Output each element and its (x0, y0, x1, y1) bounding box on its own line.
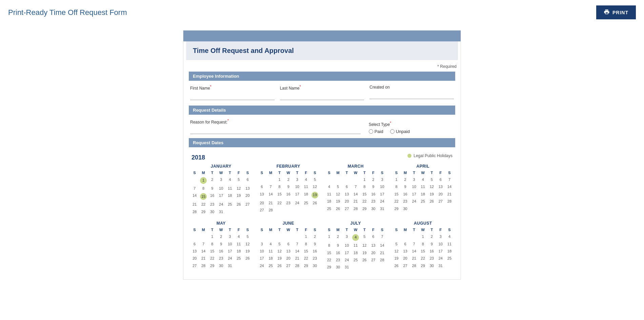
calendar-dow: S (378, 227, 386, 232)
unpaid-option[interactable]: Unpaid (390, 129, 410, 134)
calendar-day: 22 (275, 200, 284, 207)
calendar-day: 12 (427, 183, 436, 190)
calendar-day: 27 (284, 262, 293, 269)
calendar-dow: S (378, 170, 386, 175)
calendar-day: 21 (410, 255, 419, 262)
calendar-day: 4 (351, 233, 360, 242)
created-on-label: Created on (369, 85, 454, 90)
calendar-day: 26 (310, 200, 319, 207)
calendar-day: 20 (436, 191, 445, 198)
calendar-dow: T (225, 170, 234, 175)
calendar-day: 21 (190, 201, 199, 208)
calendar-day: 13 (436, 183, 445, 190)
unpaid-radio[interactable] (390, 129, 395, 134)
calendar-day: 24 (293, 200, 302, 207)
calendar-day: 20 (243, 192, 252, 201)
calendar-day: 9 (310, 241, 319, 248)
calendar-day: 11 (302, 183, 310, 190)
last-name-input[interactable] (280, 92, 364, 100)
calendar-day: 15 (392, 191, 401, 198)
calendar-day: 22 (325, 257, 334, 264)
calendar-day: 15 (325, 249, 334, 257)
calendar-day: 27 (342, 205, 351, 212)
calendar-title-february: FEBRUARY (258, 164, 320, 169)
calendar-day: 14 (410, 248, 419, 255)
calendar-day: 16 (427, 248, 436, 255)
calendar-day: 25 (302, 200, 310, 207)
last-name-label: Last Name* (280, 85, 364, 91)
calendar-dow: S (258, 170, 266, 175)
calendar-day: 13 (284, 248, 293, 255)
reason-input[interactable] (190, 126, 361, 134)
calendar-dow: T (342, 227, 351, 232)
calendar-day: 22 (208, 255, 217, 262)
calendar-dow: F (234, 227, 243, 232)
calendar-dow: M (199, 227, 208, 232)
calendar-day: 5 (234, 176, 243, 185)
calendar-day: 29 (208, 262, 217, 269)
calendar-day: 9 (427, 241, 436, 248)
calendar-day: 2 (369, 176, 378, 183)
calendar-day: 22 (392, 198, 401, 205)
calendar-day: 16 (310, 248, 319, 255)
calendar-day: 4 (445, 233, 454, 240)
calendar-header: SMTWTFS (392, 227, 454, 232)
legend-label: Legal Public Holidays (414, 153, 452, 158)
calendar-dow: T (225, 227, 234, 232)
calendar-day: 3 (378, 176, 386, 183)
employee-row: First Name* Last Name* Created on (189, 85, 455, 100)
calendar-day: 16 (334, 249, 342, 257)
calendar-day: 18 (445, 248, 454, 255)
calendar-highlighted-day: 15 (200, 193, 207, 200)
calendar-dow: W (217, 170, 225, 175)
calendar-day: 20 (284, 255, 293, 262)
calendar-day: 2 (401, 176, 410, 183)
calendar-day: 4 (234, 233, 243, 240)
calendar-dow: S (310, 227, 319, 232)
calendar-day: 9 (369, 183, 378, 190)
employee-section-header: Employee Information (189, 72, 455, 81)
calendar-day: 27 (258, 207, 266, 214)
calendar-dow: S (190, 227, 199, 232)
created-on-input[interactable] (369, 91, 454, 99)
calendar-day: 5 (427, 176, 436, 183)
calendar-day: 23 (284, 200, 293, 207)
calendar-day: 26 (360, 257, 369, 264)
calendar-day: 17 (342, 249, 351, 257)
calendar-day: 7 (266, 183, 275, 190)
calendar-day: 14 (266, 191, 275, 200)
calendar-day: 30 (208, 208, 217, 215)
calendar-day: 30 (427, 262, 436, 269)
calendar-day: 6 (243, 176, 252, 185)
calendar-day: 23 (310, 255, 319, 262)
calendar-day: 6 (342, 183, 351, 190)
calendar-day: 4 (302, 176, 310, 183)
print-button[interactable]: PRINT (596, 5, 636, 19)
calendar-dow: T (208, 170, 217, 175)
calendar-day: 26 (334, 205, 342, 212)
calendar-day: 18 (302, 191, 310, 200)
calendar-day: 16 (217, 248, 225, 255)
calendar-day: 16 (369, 191, 378, 198)
calendar-body: 1234567891011121314151617181920212223242… (258, 176, 320, 214)
calendar-day: 10 (378, 183, 386, 190)
calendar-june: JUNESMTWTFS12345678910111213141516171819… (258, 221, 320, 271)
calendar-day: 25 (445, 255, 454, 262)
calendar-day: 5 (275, 241, 284, 248)
calendar-title-august: AUGUST (392, 221, 454, 226)
paid-radio[interactable] (369, 129, 373, 134)
calendar-day: 18 (266, 255, 275, 262)
calendar-day: 30 (334, 264, 342, 271)
calendar-dow: F (369, 170, 378, 175)
calendar-day: 23 (369, 198, 378, 205)
calendar-day: 26 (275, 262, 284, 269)
calendar-day: 6 (190, 241, 199, 248)
calendar-day: 20 (190, 255, 199, 262)
request-details-row: Reason for Request:* Select Type* Paid (189, 119, 455, 134)
form-title-box: Time Off Request and Approval (186, 41, 458, 60)
reason-group: Reason for Request:* (190, 119, 361, 134)
calendar-day: 30 (401, 205, 410, 212)
first-name-input[interactable] (190, 92, 275, 100)
paid-option[interactable]: Paid (369, 129, 383, 134)
calendar-day: 13 (401, 248, 410, 255)
